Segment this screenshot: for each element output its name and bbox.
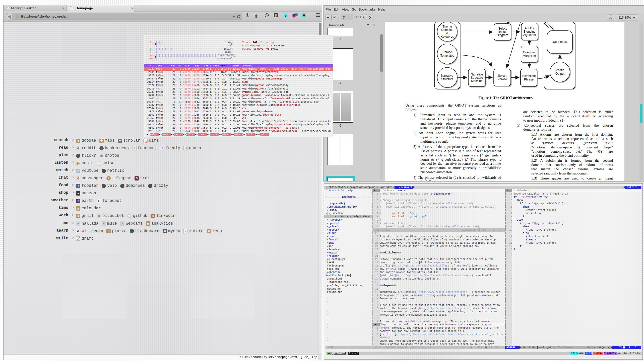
svg-text:Domains: Domains — [441, 28, 453, 32]
svg-text:Grammar: Grammar — [523, 51, 536, 54]
svg-text:Blending: Blending — [524, 30, 536, 33]
svg-text:Phrase: Phrase — [497, 77, 507, 81]
svg-text:Instantiate: Instantiate — [522, 74, 536, 78]
svg-text:Structure: Structure — [441, 77, 454, 81]
svg-text:Phrase: Phrase — [524, 78, 534, 81]
svg-text:Output: Output — [555, 72, 565, 75]
svg-text:Morphism: Morphism — [523, 54, 536, 58]
svg-text:Keywords: Keywords — [441, 35, 454, 38]
svg-text:Theme: Theme — [442, 25, 452, 28]
svg-text:Phrase: Phrase — [442, 50, 452, 54]
svg-text:Diagram: Diagram — [497, 33, 508, 37]
svg-text:User Input: User Input — [553, 40, 567, 44]
svg-text:Select: Select — [498, 74, 506, 77]
svg-text:ALLOY: ALLOY — [525, 27, 535, 30]
svg-text:21: 21 — [295, 14, 297, 16]
svg-text:Narrative: Narrative — [441, 74, 454, 77]
svg-text:S: S — [275, 14, 277, 17]
svg-text:&: & — [446, 32, 448, 35]
svg-text:Structure: Structure — [471, 76, 483, 79]
svg-text:Poetic: Poetic — [556, 68, 564, 72]
svg-text:Machine: Machine — [471, 79, 483, 83]
svg-text:μ: μ — [285, 14, 287, 17]
svg-text:Select: Select — [498, 27, 507, 30]
svg-text:Algorithm: Algorithm — [523, 33, 536, 37]
svg-text:Narrative: Narrative — [471, 73, 483, 76]
svg-text:Input: Input — [499, 30, 506, 34]
svg-text:Templates: Templates — [440, 54, 454, 57]
